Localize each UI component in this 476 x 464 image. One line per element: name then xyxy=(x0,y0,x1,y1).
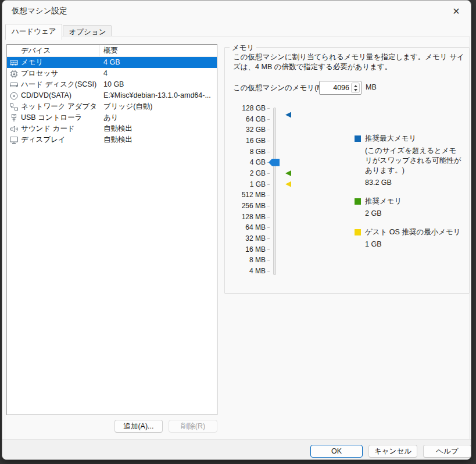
legend-value: 1 GB xyxy=(365,240,465,248)
scale-tick xyxy=(267,119,270,120)
scale-tick xyxy=(267,141,270,141)
device-row[interactable]: ディスプレイ自動検出 xyxy=(7,134,217,145)
scale-tick xyxy=(267,184,270,185)
scale-label: 64 MB xyxy=(230,223,266,231)
device-summary: ブリッジ(自動) xyxy=(100,101,217,112)
slider-handle[interactable] xyxy=(269,159,280,166)
device-rows: メモリ4 GBプロセッサ4ハード ディスク(SCSI)10 GBCD/DVD(S… xyxy=(7,57,217,145)
device-row[interactable]: サウンド カード自動検出 xyxy=(7,123,217,134)
device-row[interactable]: プロセッサ4 xyxy=(7,68,217,79)
scale-label: 32 GB xyxy=(230,126,266,134)
scale-label: 128 MB xyxy=(230,213,266,221)
scale-label: 16 GB xyxy=(230,137,266,145)
scale-label: 256 MB xyxy=(230,202,266,210)
device-name: メモリ xyxy=(21,57,100,68)
scale-tick xyxy=(267,173,270,174)
scale-label: 4 GB xyxy=(230,158,266,166)
device-row[interactable]: USB コントローラあり xyxy=(7,112,217,123)
scale-tick xyxy=(267,130,270,130)
scale-label: 512 MB xyxy=(230,191,266,199)
hard-disk-icon xyxy=(7,80,21,90)
close-icon[interactable]: ✕ xyxy=(446,2,466,20)
device-summary: 4 xyxy=(100,68,217,79)
scale-label: 64 GB xyxy=(230,115,266,123)
processor-icon xyxy=(7,69,21,78)
title-bar: 仮想マシン設定 ✕ xyxy=(2,1,471,24)
cancel-button[interactable]: キャンセル xyxy=(368,445,417,458)
scale-tick xyxy=(267,227,270,228)
device-summary: 自動検出 xyxy=(100,123,217,134)
network-adapter-icon xyxy=(7,102,21,112)
add-device-button[interactable]: 追加(A)... xyxy=(114,420,163,433)
legend-item-recommended: 推奨メモリ2 GB xyxy=(355,197,465,217)
scale-tick xyxy=(267,152,270,152)
legend-note: (このサイズを超えるとメモリがスワップされる可能性があります。) xyxy=(365,146,463,176)
device-summary: 自動検出 xyxy=(100,134,217,145)
scale-tick xyxy=(267,271,270,272)
usb-icon xyxy=(7,113,21,123)
memory-icon xyxy=(7,58,21,67)
window-title: 仮想マシン設定 xyxy=(12,6,67,16)
memory-groupbox: メモリ この仮想マシンに割り当てられるメモリ量を指定します。メモリ サイズは、4… xyxy=(224,47,470,294)
cd-dvd-icon xyxy=(7,91,21,101)
scale-tick xyxy=(267,249,270,250)
column-header-summary[interactable]: 概要 xyxy=(100,45,217,56)
scale-label: 2 GB xyxy=(230,169,266,177)
legend-swatch-max xyxy=(355,135,361,142)
device-name: CD/DVD(SATA) xyxy=(21,90,100,101)
device-summary: 4 GB xyxy=(100,57,217,68)
device-summary: E:¥Misc¥debian-13.1.0-amd64-... xyxy=(100,90,217,101)
device-summary: あり xyxy=(100,112,217,123)
recommended-max-marker xyxy=(285,112,291,118)
remove-device-button: 削除(R) xyxy=(169,420,217,433)
column-header-device[interactable]: デバイス xyxy=(7,45,100,56)
device-row[interactable]: CD/DVD(SATA)E:¥Misc¥debian-13.1.0-amd64-… xyxy=(7,90,217,101)
scale-tick xyxy=(267,195,270,195)
legend-item-minimum: ゲスト OS 推奨の最小メモリ1 GB xyxy=(355,227,465,248)
scale-tick xyxy=(267,217,270,217)
device-name: ディスプレイ xyxy=(21,134,100,145)
legend-swatch-recommended xyxy=(355,198,361,205)
legend-value: 83.2 GB xyxy=(365,179,465,187)
scale-label: 1 GB xyxy=(230,180,266,188)
scale-label: 16 MB xyxy=(230,245,266,254)
recommended-memory-marker xyxy=(285,170,291,176)
scale-tick xyxy=(267,206,270,206)
tab-hardware[interactable]: ハードウェア xyxy=(5,24,62,40)
device-summary: 10 GB xyxy=(100,79,217,90)
scale-label: 8 MB xyxy=(230,256,266,264)
display-icon xyxy=(7,135,21,145)
memory-legend: 推奨最大メモリ(このサイズを超えるとメモリがスワップされる可能性があります。)8… xyxy=(355,134,465,258)
scale-label: 128 GB xyxy=(230,104,266,112)
device-list[interactable]: デバイス 概要 メモリ4 GBプロセッサ4ハード ディスク(SCSI)10 GB… xyxy=(6,44,217,415)
legend-item-max: 推奨最大メモリ(このサイズを超えるとメモリがスワップされる可能性があります。)8… xyxy=(355,134,465,187)
scale-label: 8 GB xyxy=(230,148,266,156)
dialog-footer: OK キャンセル ヘルプ xyxy=(2,439,471,459)
sound-icon xyxy=(7,124,21,134)
device-name: ハード ディスク(SCSI) xyxy=(21,79,100,90)
help-button[interactable]: ヘルプ xyxy=(423,445,471,458)
scale-tick xyxy=(267,260,270,260)
device-name: サウンド カード xyxy=(21,123,100,134)
device-list-header: デバイス 概要 xyxy=(7,45,217,57)
legend-label: 推奨メモリ xyxy=(365,197,402,206)
legend-label: 推奨最大メモリ xyxy=(365,134,416,144)
device-row[interactable]: ハード ディスク(SCSI)10 GB xyxy=(7,79,217,90)
legend-label: ゲスト OS 推奨の最小メモリ xyxy=(365,227,461,237)
legend-swatch-minimum xyxy=(355,229,361,235)
scale-tick xyxy=(267,238,270,239)
guest-minimum-marker xyxy=(285,181,291,187)
scale-tick xyxy=(267,108,270,109)
scale-label: 32 MB xyxy=(230,234,266,242)
legend-value: 2 GB xyxy=(365,209,465,217)
slider-track[interactable] xyxy=(273,108,276,275)
scale-label: 4 MB xyxy=(230,267,266,275)
ok-button[interactable]: OK xyxy=(310,445,363,458)
vm-settings-dialog: 仮想マシン設定 ✕ ハードウェア オプション デバイス 概要 メモリ4 GBプロ… xyxy=(2,0,471,460)
device-name: ネットワーク アダプタ xyxy=(21,101,100,112)
device-name: USB コントローラ xyxy=(21,112,100,123)
device-row[interactable]: ネットワーク アダプタブリッジ(自動) xyxy=(7,101,217,112)
device-name: プロセッサ xyxy=(21,68,100,79)
device-row[interactable]: メモリ4 GB xyxy=(7,57,217,68)
